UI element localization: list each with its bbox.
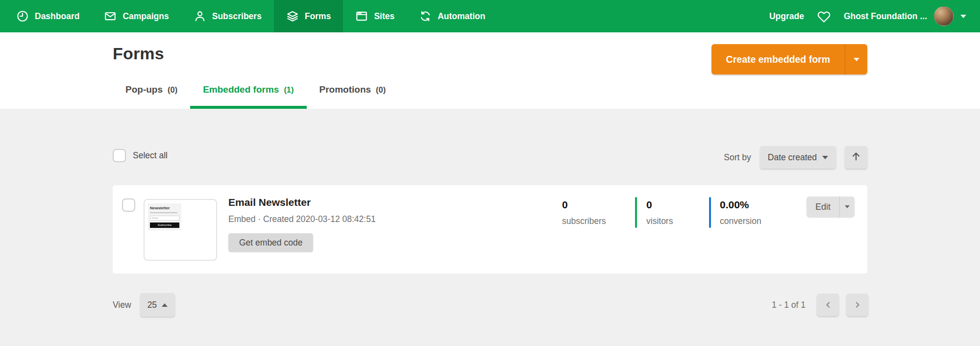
nav-item-label: Forms [305, 11, 331, 22]
select-all-label: Select all [133, 150, 168, 161]
sort-by-label: Sort by [724, 152, 751, 163]
stat-label: conversion [720, 216, 761, 226]
page-title: Forms [113, 44, 164, 63]
nav-item-forms[interactable]: Forms [274, 0, 343, 32]
thumbnail-heading: Newsletter [150, 206, 179, 210]
nav-item-label: Sites [374, 11, 394, 22]
person-icon [194, 10, 206, 23]
stat-value: 0 [646, 199, 673, 211]
nav-item-sites[interactable]: Sites [343, 0, 407, 32]
edit-button-label[interactable]: Edit [807, 197, 839, 217]
layers-icon [286, 10, 299, 23]
form-info: Email Newsletter Embed · Created 2020-03… [228, 197, 376, 252]
stat-label: visitors [646, 216, 673, 226]
chevron-down-icon [854, 58, 859, 61]
create-embedded-form-label[interactable]: Create embedded form [711, 44, 845, 74]
per-page-dropdown[interactable]: 25 [140, 293, 175, 317]
clock-icon [16, 10, 29, 23]
stat-divider-green [635, 197, 637, 228]
account-name: Ghost Foundation ... [844, 11, 927, 22]
upgrade-link[interactable]: Upgrade [769, 11, 804, 22]
envelope-icon [104, 10, 117, 23]
sort-by-dropdown[interactable]: Date created [760, 146, 836, 169]
page-header: Forms Pop-ups (0) Embedded forms (1) Pro… [0, 32, 980, 109]
stat-value: 0.00% [720, 199, 761, 211]
create-form-dropdown-toggle[interactable] [845, 44, 867, 74]
stat-visitors: 0 visitors [646, 199, 673, 226]
tab-bar: Pop-ups (0) Embedded forms (1) Promotion… [113, 84, 398, 109]
avatar [934, 6, 954, 26]
chevron-left-icon [823, 300, 833, 310]
chevron-down-icon [960, 15, 966, 18]
view-label: View [113, 300, 131, 310]
stat-label: subscribers [562, 216, 606, 226]
nav-right: Upgrade Ghost Foundation ... [769, 0, 980, 32]
heart-icon[interactable] [817, 10, 831, 23]
nav-item-automation[interactable]: Automation [407, 0, 497, 32]
nav-item-label: Dashboard [35, 11, 79, 22]
stat-conversion: 0.00% conversion [720, 199, 761, 226]
nav-item-dashboard[interactable]: Dashboard [4, 0, 92, 32]
select-all-checkbox[interactable] [113, 149, 126, 162]
main-content: Select all Sort by Date created Newslett… [0, 109, 980, 346]
sort-by-value: Date created [768, 152, 817, 163]
arrow-up-icon [851, 151, 861, 164]
chevron-up-icon [162, 303, 168, 307]
next-page-button[interactable] [846, 294, 868, 316]
sort-direction-button[interactable] [845, 146, 867, 169]
select-all: Select all [113, 149, 168, 162]
nav-item-label: Automation [438, 11, 485, 22]
nav-item-subscribers[interactable]: Subscribers [181, 0, 274, 32]
sync-arrows-icon [419, 10, 432, 23]
pagination-range: 1 - 1 of 1 [772, 300, 806, 310]
edit-button[interactable]: Edit [807, 197, 855, 217]
sort-controls: Sort by Date created [724, 146, 867, 169]
tab-promotions[interactable]: Promotions (0) [307, 84, 399, 109]
thumbnail-email-input [150, 216, 179, 221]
chevron-down-icon [845, 205, 850, 208]
tab-count: (0) [376, 85, 386, 95]
stat-subscribers: 0 subscribers [562, 199, 606, 226]
view-controls: View 25 [113, 293, 175, 317]
tab-label: Promotions [319, 84, 371, 95]
form-row: Newsletter Subscribe Email Newsletter Em… [113, 185, 867, 273]
form-thumbnail-preview: Newsletter Subscribe [148, 203, 181, 230]
account-menu[interactable]: Ghost Foundation ... [844, 6, 966, 26]
stat-value: 0 [562, 199, 606, 211]
nav-item-label: Subscribers [212, 11, 262, 22]
create-embedded-form-button[interactable]: Create embedded form [711, 44, 867, 74]
edit-dropdown-toggle[interactable] [839, 197, 855, 217]
chevron-down-icon [822, 156, 828, 159]
prev-page-button[interactable] [817, 294, 839, 316]
row-checkbox[interactable] [122, 198, 135, 212]
nav-items: Dashboard Campaigns Subscribers [0, 0, 497, 32]
tab-count: (1) [284, 85, 294, 95]
tab-embedded-forms[interactable]: Embedded forms (1) [190, 84, 306, 109]
get-embed-code-button[interactable]: Get embed code [228, 233, 313, 252]
thumbnail-text-line [150, 212, 177, 213]
tab-count: (0) [168, 85, 177, 95]
tab-popups[interactable]: Pop-ups (0) [113, 84, 190, 109]
top-nav: Dashboard Campaigns Subscribers [0, 0, 980, 32]
browser-window-icon [355, 10, 368, 23]
nav-item-label: Campaigns [122, 11, 169, 22]
tab-label: Pop-ups [125, 84, 163, 95]
pagination: 1 - 1 of 1 [772, 294, 868, 316]
stat-divider-blue [709, 197, 711, 228]
thumbnail-subscribe-button: Subscribe [150, 222, 179, 228]
tab-label: Embedded forms [203, 84, 279, 95]
nav-item-campaigns[interactable]: Campaigns [92, 0, 181, 32]
chevron-right-icon [853, 300, 862, 310]
form-meta: Embed · Created 2020-03-12 08:42:51 [228, 214, 376, 224]
per-page-value: 25 [147, 300, 157, 310]
form-title[interactable]: Email Newsletter [228, 197, 376, 208]
form-thumbnail[interactable]: Newsletter Subscribe [144, 199, 217, 261]
